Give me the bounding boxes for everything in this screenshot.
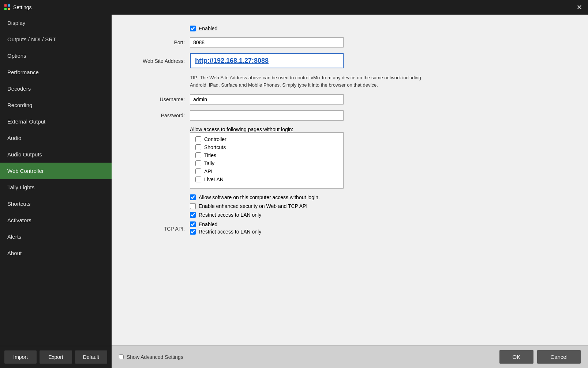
tcp-api-label: TCP API: [126,226,185,232]
pages-box: ControllerShortcutsTitlesTallyAPILiveLAN [190,132,344,189]
page-label-titles[interactable]: Titles [204,152,216,158]
password-input[interactable] [190,110,344,121]
page-label-shortcuts[interactable]: Shortcuts [204,144,226,150]
app-icon [4,4,10,10]
tcp-restrict-row: Restrict access to LAN only [190,229,344,235]
restrict-lan-label[interactable]: Restrict access to LAN only [199,212,261,218]
allow-access-label: Allow access to following pages without … [190,126,293,132]
sidebar-items: DisplayOutputs / NDI / SRTOptionsPerform… [0,15,112,346]
content-footer: Show Advanced Settings OK Cancel [112,345,588,368]
website-row: Web Site Address: http://192.168.1.27:80… [126,53,573,68]
page-checkbox-titles[interactable] [195,152,201,158]
extra-checkboxes: Allow software on this computer access w… [190,194,573,218]
sidebar-item-performance[interactable]: Performance [0,64,112,80]
enabled-label[interactable]: Enabled [199,26,217,31]
restrict-lan-row: Restrict access to LAN only [190,212,573,218]
tcp-api-row: TCP API: Enabled Restrict access to LAN … [126,221,573,236]
sidebar-item-outputs-ndi-srt[interactable]: Outputs / NDI / SRT [0,31,112,48]
tcp-api-section: TCP API: Enabled Restrict access to LAN … [126,221,573,236]
page-row-titles: Titles [195,152,338,158]
page-label-controller[interactable]: Controller [204,136,226,142]
restrict-lan-checkbox[interactable] [190,212,196,218]
sidebar-item-web-controller[interactable]: Web Controller [0,163,112,179]
allow-software-checkbox[interactable] [190,194,196,200]
page-row-shortcuts: Shortcuts [195,144,338,150]
close-button[interactable]: ✕ [575,3,584,11]
tcp-enabled-row: Enabled [190,221,344,227]
sidebar-item-decoders[interactable]: Decoders [0,80,112,97]
page-row-livelan: LiveLAN [195,177,338,182]
default-button[interactable]: Default [75,350,107,364]
website-label: Web Site Address: [126,58,185,64]
show-advanced-label[interactable]: Show Advanced Settings [127,354,183,360]
import-button[interactable]: Import [4,350,37,364]
page-label-api[interactable]: API [204,168,213,174]
settings-window: Settings ✕ DisplayOutputs / NDI / SRTOpt… [0,0,588,368]
page-checkbox-livelan[interactable] [195,177,201,182]
allow-access-row: Allow access to following pages without … [126,126,573,189]
cancel-button[interactable]: Cancel [537,350,581,364]
username-input[interactable] [190,94,344,105]
sidebar-item-audio[interactable]: Audio [0,130,112,146]
sidebar-item-external-output[interactable]: External Output [0,113,112,130]
page-checkbox-api[interactable] [195,168,201,174]
allow-software-label[interactable]: Allow software on this computer access w… [199,194,320,200]
content-scroll: Enabled Port: Web Site Address: http://1… [112,15,588,345]
enabled-checkbox[interactable] [190,26,196,31]
port-input[interactable] [190,37,344,48]
password-control [190,110,344,121]
allow-access-control: Allow access to following pages without … [190,126,344,189]
tcp-restrict-checkbox[interactable] [190,229,196,235]
sidebar-item-about[interactable]: About [0,245,112,261]
username-label: Username: [126,96,185,102]
tcp-api-control: Enabled Restrict access to LAN only [190,221,344,236]
main-content: DisplayOutputs / NDI / SRTOptionsPerform… [0,15,588,368]
password-label: Password: [126,113,185,118]
page-label-tally[interactable]: Tally [204,160,214,166]
tcp-restrict-label[interactable]: Restrict access to LAN only [199,229,261,235]
sidebar-item-recording[interactable]: Recording [0,97,112,113]
port-row: Port: [126,37,573,48]
enhanced-security-label[interactable]: Enable enhanced security on Web and TCP … [199,203,307,209]
enhanced-security-row: Enable enhanced security on Web and TCP … [190,203,573,209]
enabled-row: Enabled [190,26,573,31]
tip-text: TIP: The Web Site Address above can be u… [190,74,439,88]
sidebar-item-alerts[interactable]: Alerts [0,228,112,245]
sidebar-item-shortcuts[interactable]: Shortcuts [0,196,112,212]
page-row-controller: Controller [195,136,338,142]
website-url-link[interactable]: http://192.168.1.27:8088 [195,57,269,64]
content-area: Enabled Port: Web Site Address: http://1… [112,15,588,368]
tcp-enabled-checkbox[interactable] [190,221,196,227]
sidebar-item-tally-lights[interactable]: Tally Lights [0,179,112,196]
page-label-livelan[interactable]: LiveLAN [204,177,224,182]
page-checkbox-controller[interactable] [195,136,201,142]
username-control [190,94,344,105]
username-row: Username: [126,94,573,105]
page-row-tally: Tally [195,160,338,166]
page-checkbox-tally[interactable] [195,160,201,166]
title-bar: Settings ✕ [0,0,588,15]
port-label: Port: [126,39,185,45]
website-url-box: http://192.168.1.27:8088 [190,53,344,68]
show-advanced-row: Show Advanced Settings [119,354,183,360]
page-row-api: API [195,168,338,174]
sidebar-footer: Import Export Default [0,346,112,368]
export-button[interactable]: Export [40,350,72,364]
sidebar-item-display[interactable]: Display [0,15,112,31]
sidebar-item-audio-outputs[interactable]: Audio Outputs [0,146,112,163]
allow-software-row: Allow software on this computer access w… [190,194,573,200]
ok-button[interactable]: OK [499,350,534,364]
window-title: Settings [13,4,575,10]
sidebar-item-options[interactable]: Options [0,48,112,64]
page-checkbox-shortcuts[interactable] [195,144,201,150]
tcp-enabled-label[interactable]: Enabled [199,221,217,227]
sidebar: DisplayOutputs / NDI / SRTOptionsPerform… [0,15,112,368]
show-advanced-checkbox[interactable] [119,354,124,359]
enhanced-security-checkbox[interactable] [190,203,196,209]
password-row: Password: [126,110,573,121]
port-control [190,37,344,48]
sidebar-item-activators[interactable]: Activators [0,212,112,228]
